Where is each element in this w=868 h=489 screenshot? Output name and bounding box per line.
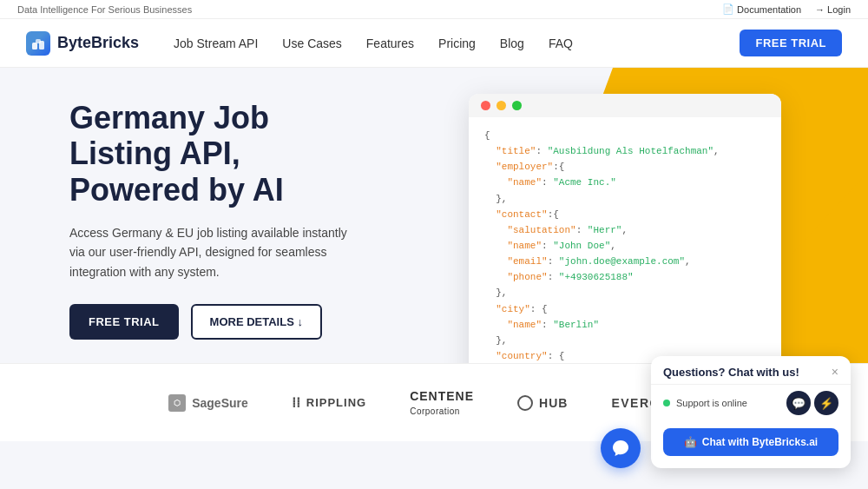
hero-section: Germany JobListing API,Powered by AI Acc… (0, 68, 868, 363)
login-link[interactable]: → Login (815, 4, 851, 15)
login-icon: → (815, 4, 825, 15)
hero-free-trial-button[interactable]: FREE TRIAL (69, 304, 179, 340)
dot-red (481, 101, 490, 110)
rippling-symbol: ⁞⁞ (292, 394, 300, 411)
nav-actions: FREE TRIAL (740, 30, 842, 56)
sagesure-icon: ⬡ (168, 394, 186, 412)
chat-with-bytebricks-button[interactable]: 🤖 Chat with ByteBricks.ai (663, 428, 838, 456)
nav-use-cases[interactable]: Use Cases (282, 36, 341, 50)
svg-rect-2 (39, 41, 44, 50)
chat-header: Questions? Chat with us! × (651, 356, 851, 385)
svg-rect-0 (32, 43, 37, 50)
nav-features[interactable]: Features (366, 36, 414, 50)
hero-subtitle: Access Germany & EU job listing availabl… (69, 223, 365, 281)
hero-more-details-button[interactable]: MORE DETAILS ↓ (191, 304, 322, 340)
code-body: { "title": "Ausbildung Als Hotelfachman"… (469, 117, 781, 363)
chat-status-text: Support is online (676, 398, 747, 408)
nav-job-stream-api[interactable]: Job Stream API (174, 36, 258, 50)
nav-links: Job Stream API Use Cases Features Pricin… (174, 36, 740, 50)
navbar: ByteBricks Job Stream API Use Cases Feat… (0, 19, 868, 68)
logo-icon (26, 31, 50, 56)
logo-centene: CENTENECorporation (410, 389, 474, 417)
logo-sagesure: ⬡ SageSure (168, 394, 248, 412)
hero-buttons: FREE TRIAL MORE DETAILS ↓ (69, 304, 434, 340)
top-bar: Data Intelligence For Serious Businesses… (0, 0, 868, 19)
rippling-label: RIPPLING (306, 396, 366, 409)
logo[interactable]: ByteBricks (26, 31, 139, 56)
hero-left: Germany JobListing API,Powered by AI Acc… (69, 100, 434, 340)
chat-icon-dark-1[interactable]: 💬 (786, 391, 811, 415)
chat-robot-icon: 🤖 (684, 436, 697, 448)
dot-yellow (496, 101, 506, 110)
tagline: Data Intelligence For Serious Businesses (17, 4, 192, 15)
documentation-link[interactable]: 📄 Documentation (722, 3, 801, 15)
chat-close-button[interactable]: × (832, 365, 838, 379)
status-online-dot (663, 400, 670, 406)
logo-hub: HUB (517, 395, 568, 411)
chat-bubble-button[interactable] (601, 428, 641, 468)
nav-blog[interactable]: Blog (500, 36, 524, 50)
chat-widget-title: Questions? Chat with us! (663, 366, 799, 379)
chat-status: Support is online 💬 ⚡ (651, 385, 851, 421)
hub-circle (517, 395, 533, 411)
hub-label: HUB (539, 396, 568, 410)
nav-pricing[interactable]: Pricing (438, 36, 476, 50)
chat-bubble-icon (611, 439, 630, 458)
logo-text: ByteBricks (57, 34, 139, 52)
dot-green (512, 101, 522, 110)
sagesure-label: SageSure (192, 396, 248, 410)
top-bar-right: 📄 Documentation → Login (722, 3, 851, 15)
chat-widget: Questions? Chat with us! × Support is on… (651, 356, 851, 468)
chat-icon-buttons: 💬 ⚡ (786, 391, 838, 415)
code-window: { "title": "Ausbildung Als Hotelfachman"… (469, 94, 781, 363)
centene-label: CENTENECorporation (410, 389, 474, 417)
hero-title: Germany JobListing API,Powered by AI (69, 100, 434, 208)
code-titlebar (469, 94, 781, 117)
nav-faq[interactable]: FAQ (549, 36, 573, 50)
chat-icon-dark-2[interactable]: ⚡ (814, 391, 838, 415)
nav-free-trial-button[interactable]: FREE TRIAL (740, 30, 842, 56)
logo-rippling: ⁞⁞ RIPPLING (292, 394, 366, 411)
book-icon: 📄 (722, 3, 734, 15)
